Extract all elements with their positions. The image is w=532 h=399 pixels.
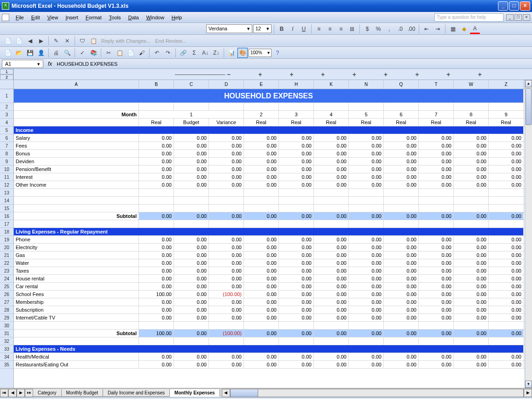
cell[interactable]: 0.00 [174,353,209,360]
close-button[interactable]: × [520,1,530,11]
cell[interactable]: 0.00 [244,212,279,220]
cell[interactable]: 0.00 [349,251,384,259]
cell[interactable] [139,197,174,204]
cell[interactable]: 0.00 [384,330,419,337]
cell[interactable]: 0.00 [244,251,279,259]
cell[interactable]: 0.00 [489,361,524,368]
cell[interactable] [349,220,384,228]
cell[interactable]: 0.00 [209,165,244,173]
column-header[interactable]: E [244,80,279,89]
cell[interactable]: Salary [14,134,139,142]
chart-button[interactable]: 📊 [226,48,237,58]
cell[interactable] [419,322,454,329]
cell[interactable]: 0.00 [174,158,209,165]
cell[interactable]: Real [349,119,384,126]
bold-button[interactable]: B [277,24,287,34]
cell[interactable]: 0.00 [454,291,489,298]
outline-collapse-button[interactable]: − [227,71,231,78]
redo-button[interactable]: ↷ [163,48,173,58]
cell[interactable] [454,205,489,212]
spelling-button[interactable]: ✓ [77,48,87,58]
font-color-button[interactable]: A [470,24,480,34]
cell[interactable]: 0.00 [419,142,454,149]
cell[interactable] [384,220,419,228]
cell[interactable]: 0.00 [139,259,174,267]
autosum-button[interactable]: Σ [189,48,199,58]
cell[interactable]: 0.00 [314,212,349,220]
cell[interactable] [14,103,139,110]
currency-button[interactable]: $ [362,24,372,34]
cell[interactable]: 0.00 [244,283,279,290]
cell[interactable] [314,197,349,204]
cell[interactable]: 0.00 [279,298,314,306]
formula-value[interactable]: HOUSEHOLD EXPENSES [57,61,117,67]
row-header[interactable]: 1 [0,89,13,103]
cell[interactable]: 0.00 [489,267,524,274]
cell[interactable]: 0.00 [244,330,279,337]
cell[interactable]: 0.00 [279,165,314,173]
cell[interactable]: 0.00 [384,181,419,188]
cell[interactable] [244,205,279,212]
cell[interactable]: Real [419,119,454,126]
cell[interactable]: 0.00 [419,291,454,298]
menu-help[interactable]: Help [168,13,186,22]
cell[interactable]: Budget [174,119,209,126]
cell[interactable]: 0.00 [244,267,279,274]
cell[interactable]: 0.00 [349,259,384,267]
cell[interactable]: 3 [279,111,314,118]
cell[interactable]: 0.00 [279,142,314,149]
cell[interactable] [454,189,489,196]
cell[interactable]: 0.00 [174,275,209,282]
cell[interactable]: 0.00 [244,134,279,142]
cell[interactable] [349,337,384,345]
cell[interactable] [139,205,174,212]
minimize-button[interactable]: _ [498,1,508,11]
cell[interactable] [349,103,384,110]
cell[interactable]: 0.00 [384,158,419,165]
cell[interactable] [314,205,349,212]
row-header[interactable]: 22 [0,259,13,267]
cell[interactable]: 0.00 [279,267,314,274]
cell[interactable]: Fees [14,142,139,149]
new-button[interactable]: 📄 [3,48,13,58]
research-button[interactable]: 📚 [88,48,98,58]
cell[interactable]: Electricity [14,244,139,251]
cell[interactable]: 0.00 [139,314,174,321]
cell[interactable]: 0.00 [419,298,454,306]
cell[interactable]: Internet/Cable TV [14,314,139,321]
cell[interactable]: 0.00 [419,267,454,274]
cell[interactable]: 0.00 [244,353,279,360]
cell[interactable]: 0.00 [279,330,314,337]
row-header[interactable]: 21 [0,251,13,259]
cell[interactable]: 0.00 [209,361,244,368]
cell[interactable] [244,103,279,110]
cell[interactable]: Month [14,111,139,118]
cell[interactable]: 0.00 [174,291,209,298]
cell[interactable]: Interest [14,173,139,181]
cell[interactable]: Real [384,119,419,126]
cell[interactable]: 0.00 [174,361,209,368]
cell[interactable]: 0.00 [244,298,279,306]
cell[interactable] [419,220,454,228]
cell[interactable]: 0.00 [419,353,454,360]
delete-comment-button[interactable]: ✕ [62,36,72,46]
cell[interactable]: 0.00 [174,236,209,243]
cell[interactable] [419,205,454,212]
cell[interactable] [139,103,174,110]
cell[interactable]: Real [454,119,489,126]
cell[interactable]: 0.00 [314,306,349,314]
sheet-tab[interactable]: Monthly Budget [61,389,104,397]
tab-prev-button[interactable]: ◀ [8,389,17,397]
cell[interactable] [14,119,139,126]
percent-button[interactable]: % [373,24,383,34]
decrease-indent-button[interactable]: ⇤ [422,24,432,34]
cell[interactable]: 0.00 [454,353,489,360]
cell[interactable] [14,197,139,204]
cell[interactable]: 1 [139,111,244,118]
row-header[interactable]: 2 [0,103,13,111]
cell[interactable]: 0.00 [279,361,314,368]
cell[interactable]: 0.00 [349,361,384,368]
cell[interactable] [244,322,279,329]
menu-edit[interactable]: Edit [28,13,44,22]
cell[interactable]: 0.00 [489,330,524,337]
